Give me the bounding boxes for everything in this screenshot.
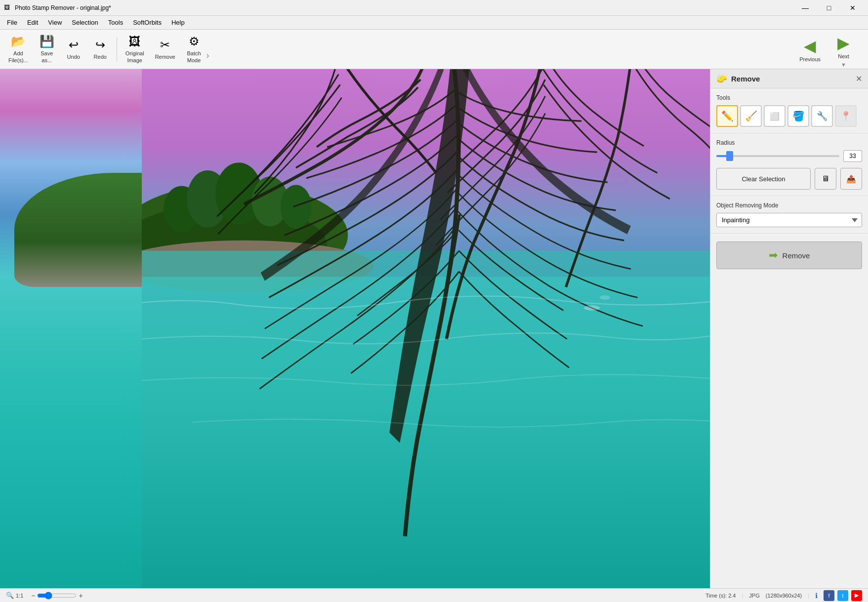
facebook-button[interactable]: f (824, 590, 834, 601)
menu-edit[interactable]: Edit (22, 17, 43, 28)
radius-thumb[interactable] (726, 151, 733, 161)
next-icon: ▶ (837, 34, 850, 52)
remove-label: Remove (155, 54, 175, 60)
rect-select-tool-button[interactable]: ⬜ (764, 105, 785, 127)
original-image-button[interactable]: 🖼 OriginalImage (121, 33, 149, 66)
tools-label: Tools (716, 94, 862, 101)
previous-button[interactable]: ◀ Previous (793, 34, 827, 65)
status-bar: 🔍 1:1 − + Time (s): 2.4 | JPG (1280x960x… (0, 588, 868, 602)
youtube-button[interactable]: ▶ (851, 590, 862, 601)
tools-row: ✏️ 🧹 ⬜ 🪣 🔧 📍 (716, 105, 862, 127)
magic-fill-tool-button[interactable]: 🪣 (787, 105, 809, 127)
batch-mode-button[interactable]: ⚙ BatchMode (182, 33, 207, 66)
menu-view[interactable]: View (43, 17, 67, 28)
redo-button[interactable]: ↪ Redo (88, 33, 113, 66)
social-links: f t ▶ (824, 590, 862, 601)
image-dimensions: (1280x960x24) (766, 593, 802, 599)
zoom-level: 1:1 (16, 593, 23, 599)
island-shape (14, 173, 213, 287)
main-area: 🧽 Remove ✕ Tools ✏️ 🧹 ⬜ 🪣 (0, 69, 868, 588)
undo-label: Undo (67, 54, 80, 60)
stamp-icon: 📍 (840, 111, 851, 121)
next-label: Next (838, 53, 849, 59)
zoom-plus-button[interactable]: + (79, 592, 83, 600)
sep2: | (808, 593, 809, 599)
mode-select[interactable]: Inpainting Content-Aware Fill Smart Fill (716, 213, 862, 227)
menu-file[interactable]: File (2, 17, 22, 28)
remove-eraser-icon: 🧽 (716, 73, 727, 84)
toolbox-panel: 🧽 Remove ✕ Tools ✏️ 🧹 ⬜ 🪣 (710, 69, 868, 588)
add-file-button[interactable]: 📂 AddFile(s)... (4, 33, 33, 66)
batch-mode-icon: ⚙ (189, 35, 200, 48)
undo-button[interactable]: ↩ Undo (61, 33, 86, 66)
window-title: Photo Stamp Remover - original.jpg* (15, 4, 794, 11)
previous-icon: ◀ (804, 37, 816, 55)
magic-wand-icon: 🔧 (817, 111, 827, 121)
window-controls: — □ ✕ (794, 0, 864, 16)
app-icon: 🖼 (4, 4, 12, 12)
original-image-icon: 🖼 (129, 35, 141, 48)
zoom-minus-button[interactable]: − (31, 592, 35, 600)
save-selection-button[interactable]: 🖥 (815, 168, 836, 190)
radius-slider-container[interactable] (716, 151, 839, 161)
clear-selection-button[interactable]: Clear Selection (716, 168, 811, 190)
add-file-icon: 📂 (11, 35, 26, 48)
redo-icon: ↪ (95, 38, 105, 52)
mode-section: Object Removing Mode Inpainting Content-… (710, 196, 868, 234)
navigation-area: ◀ Previous ▶ Next ▼ (793, 31, 864, 68)
pencil-tool-button[interactable]: ✏️ (716, 105, 738, 127)
background-gradient (0, 69, 710, 588)
remove-btn-container: ➡ Remove (710, 234, 868, 277)
toolbox-close-button[interactable]: ✕ (856, 74, 862, 83)
remove-button[interactable]: ✂ Remove (151, 33, 180, 66)
radius-track (716, 155, 839, 157)
next-dropdown[interactable]: ▼ (841, 62, 846, 68)
save-as-button[interactable]: 💾 Saveas... (35, 33, 59, 66)
radius-label: Radius (716, 139, 862, 146)
menu-help[interactable]: Help (166, 17, 190, 28)
maximize-button[interactable]: □ (818, 0, 840, 16)
original-image-label: OriginalImage (125, 50, 144, 63)
zoom-area: 🔍 1:1 (6, 592, 23, 599)
toolbar-separator (117, 37, 117, 62)
menu-selection[interactable]: Selection (67, 17, 103, 28)
toolbox-header: 🧽 Remove ✕ (710, 69, 868, 88)
toolbox-title-row: 🧽 Remove (716, 73, 760, 84)
zoom-slider[interactable] (37, 592, 77, 600)
load-selection-icon: 📤 (846, 174, 856, 184)
remove-action-button[interactable]: ➡ Remove (716, 241, 862, 269)
menu-bar: File Edit View Selection Tools SoftOrbit… (0, 16, 868, 30)
zoom-controls: − + (31, 592, 83, 600)
batch-mode-label: BatchMode (187, 50, 201, 63)
save-selection-icon: 🖥 (822, 174, 829, 183)
add-file-label: AddFile(s)... (8, 50, 28, 63)
menu-tools[interactable]: Tools (103, 17, 128, 28)
canvas-area[interactable] (0, 69, 710, 588)
minimize-button[interactable]: — (794, 0, 817, 16)
stamp-tool-button: 📍 (835, 105, 857, 127)
action-row: Clear Selection 🖥 📤 (716, 168, 862, 190)
previous-label: Previous (799, 56, 821, 62)
file-format: JPG (749, 593, 759, 599)
menu-softorbits[interactable]: SoftOrbits (128, 17, 166, 28)
zoom-icon: 🔍 (6, 592, 14, 599)
undo-icon: ↩ (69, 38, 79, 52)
radius-row: 33 (716, 150, 862, 162)
magic-fill-icon: 🪣 (792, 110, 805, 122)
save-as-label: Saveas... (41, 50, 53, 63)
radius-section: Radius 33 Clear Selection 🖥 📤 (710, 133, 868, 196)
twitter-button[interactable]: t (837, 590, 848, 601)
load-selection-button[interactable]: 📤 (840, 168, 862, 190)
mode-label: Object Removing Mode (716, 202, 862, 209)
radius-value[interactable]: 33 (843, 150, 862, 162)
magic-wand-tool-button[interactable]: 🔧 (811, 105, 833, 127)
eraser-icon: 🧹 (745, 110, 757, 122)
title-bar: 🖼 Photo Stamp Remover - original.jpg* — … (0, 0, 868, 16)
info-icon[interactable]: ℹ (815, 592, 818, 600)
remove-icon: ✂ (160, 38, 170, 52)
close-button[interactable]: ✕ (841, 0, 864, 16)
eraser-tool-button[interactable]: 🧹 (740, 105, 762, 127)
remove-arrow-icon: ➡ (769, 249, 778, 262)
next-button[interactable]: ▶ Next (831, 31, 856, 62)
status-right: Time (s): 2.4 | JPG (1280x960x24) | ℹ f … (705, 590, 862, 601)
